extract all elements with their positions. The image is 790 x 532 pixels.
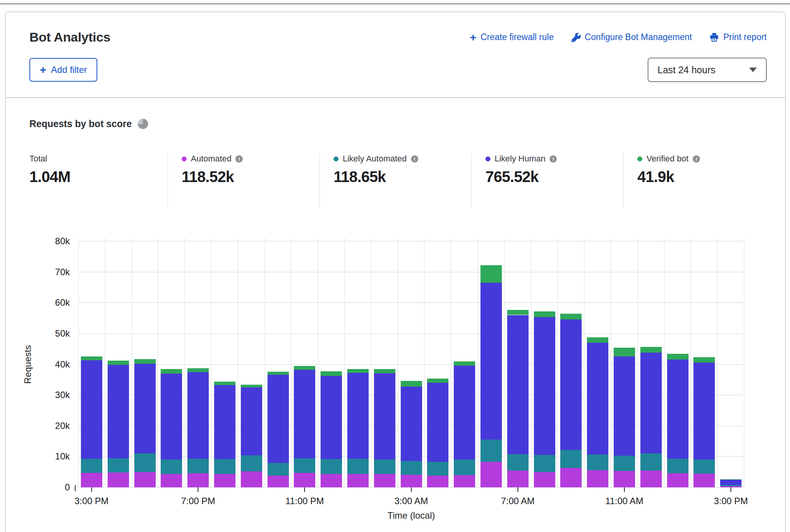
bar-segment-likely-automated[interactable] bbox=[268, 463, 289, 476]
bar-segment-likely-human[interactable] bbox=[374, 373, 395, 460]
bar-segment-automated[interactable] bbox=[81, 473, 102, 487]
bar-segment-verified-bot[interactable] bbox=[667, 354, 688, 360]
bar-segment-likely-automated[interactable] bbox=[480, 440, 502, 462]
bar-segment-verified-bot[interactable] bbox=[108, 361, 129, 365]
bar-segment-likely-human[interactable] bbox=[321, 376, 342, 459]
bar-segment-likely-human[interactable] bbox=[214, 385, 235, 459]
bar-segment-likely-automated[interactable] bbox=[214, 459, 235, 474]
bar-segment-likely-automated[interactable] bbox=[81, 459, 102, 473]
bar-segment-automated[interactable] bbox=[454, 475, 475, 487]
bar-segment-likely-human[interactable] bbox=[587, 343, 608, 455]
bar-segment-verified-bot[interactable] bbox=[161, 369, 182, 373]
bar-segment-verified-bot[interactable] bbox=[720, 479, 742, 480]
bar-segment-verified-bot[interactable] bbox=[454, 361, 475, 365]
bar-segment-automated[interactable] bbox=[134, 472, 156, 487]
bar-segment-automated[interactable] bbox=[214, 474, 235, 487]
bar-segment-verified-bot[interactable] bbox=[640, 347, 662, 353]
info-icon[interactable]: i bbox=[411, 155, 418, 163]
bar-segment-likely-automated[interactable] bbox=[108, 458, 129, 472]
bar-segment-likely-automated[interactable] bbox=[374, 459, 395, 474]
bar-segment-likely-human[interactable] bbox=[667, 360, 688, 459]
bar-segment-verified-bot[interactable] bbox=[480, 265, 502, 283]
bar-segment-likely-automated[interactable] bbox=[587, 455, 608, 470]
bar-segment-verified-bot[interactable] bbox=[587, 337, 608, 343]
bar-segment-likely-automated[interactable] bbox=[640, 453, 662, 470]
bar-segment-automated[interactable] bbox=[507, 471, 529, 487]
bar-segment-verified-bot[interactable] bbox=[507, 310, 529, 315]
bar-segment-likely-human[interactable] bbox=[187, 372, 209, 459]
bar-segment-likely-human[interactable] bbox=[614, 356, 635, 456]
bar-segment-likely-automated[interactable] bbox=[693, 459, 715, 473]
bar-segment-automated[interactable] bbox=[401, 475, 422, 487]
bar-segment-automated[interactable] bbox=[640, 471, 662, 487]
bar-segment-likely-human[interactable] bbox=[401, 387, 422, 461]
bar-segment-likely-human[interactable] bbox=[693, 363, 715, 459]
bar-segment-automated[interactable] bbox=[480, 462, 502, 487]
bar-segment-likely-automated[interactable] bbox=[507, 454, 529, 471]
bar-segment-automated[interactable] bbox=[560, 468, 582, 487]
bar-segment-verified-bot[interactable] bbox=[187, 368, 209, 372]
bar-segment-automated[interactable] bbox=[693, 474, 715, 487]
bar-segment-automated[interactable] bbox=[427, 476, 448, 487]
bar-segment-likely-automated[interactable] bbox=[614, 456, 635, 471]
bar-segment-automated[interactable] bbox=[614, 471, 635, 487]
bar-segment-verified-bot[interactable] bbox=[560, 314, 582, 319]
bar-segment-likely-automated[interactable] bbox=[560, 450, 582, 468]
info-icon[interactable]: i bbox=[235, 155, 243, 163]
bar-segment-likely-human[interactable] bbox=[507, 315, 529, 454]
bar-segment-likely-automated[interactable] bbox=[720, 485, 742, 486]
bar-segment-automated[interactable] bbox=[294, 473, 315, 487]
bar-segment-likely-human[interactable] bbox=[241, 387, 262, 455]
bar-segment-verified-bot[interactable] bbox=[241, 385, 262, 387]
bar-segment-verified-bot[interactable] bbox=[427, 379, 448, 382]
bar-segment-likely-human[interactable] bbox=[640, 353, 662, 453]
create-firewall-rule-link[interactable]: + Create firewall rule bbox=[470, 32, 554, 42]
bar-segment-automated[interactable] bbox=[187, 473, 209, 487]
bar-segment-likely-human[interactable] bbox=[161, 374, 182, 460]
bar-segment-automated[interactable] bbox=[587, 470, 608, 487]
bar-segment-likely-automated[interactable] bbox=[347, 459, 369, 474]
bar-segment-likely-human[interactable] bbox=[294, 370, 315, 458]
bar-segment-likely-automated[interactable] bbox=[401, 461, 422, 475]
add-filter-button[interactable]: + Add filter bbox=[29, 58, 97, 82]
bar-segment-automated[interactable] bbox=[534, 472, 555, 487]
bar-segment-automated[interactable] bbox=[268, 476, 289, 487]
bar-segment-automated[interactable] bbox=[347, 474, 369, 487]
bar-segment-likely-human[interactable] bbox=[81, 360, 102, 459]
bar-segment-likely-human[interactable] bbox=[134, 364, 156, 453]
print-report-link[interactable]: Print report bbox=[709, 32, 767, 42]
bar-segment-likely-automated[interactable] bbox=[294, 458, 315, 473]
bar-segment-verified-bot[interactable] bbox=[534, 311, 555, 317]
bar-segment-likely-human[interactable] bbox=[108, 365, 129, 458]
info-icon[interactable]: i bbox=[550, 155, 557, 163]
bar-segment-verified-bot[interactable] bbox=[268, 372, 289, 375]
bar-segment-verified-bot[interactable] bbox=[347, 369, 369, 373]
bar-segment-verified-bot[interactable] bbox=[614, 348, 635, 356]
bar-segment-likely-automated[interactable] bbox=[241, 455, 262, 471]
bar-segment-automated[interactable] bbox=[241, 471, 262, 487]
bar-segment-verified-bot[interactable] bbox=[693, 357, 715, 363]
bar-segment-likely-human[interactable] bbox=[534, 317, 555, 455]
bar-segment-likely-automated[interactable] bbox=[427, 462, 448, 475]
bar-segment-likely-automated[interactable] bbox=[454, 459, 475, 475]
bar-segment-verified-bot[interactable] bbox=[321, 371, 342, 376]
bar-segment-likely-automated[interactable] bbox=[187, 459, 209, 473]
bar-segment-verified-bot[interactable] bbox=[374, 369, 395, 373]
info-icon[interactable]: i bbox=[693, 155, 700, 163]
time-range-select[interactable]: Last 24 hours bbox=[648, 58, 767, 82]
bar-segment-verified-bot[interactable] bbox=[401, 381, 422, 387]
bar-segment-verified-bot[interactable] bbox=[134, 359, 156, 364]
bar-segment-likely-automated[interactable] bbox=[321, 459, 342, 474]
configure-bot-management-link[interactable]: Configure Bot Management bbox=[571, 32, 692, 42]
bar-segment-likely-automated[interactable] bbox=[667, 459, 688, 473]
bar-segment-likely-automated[interactable] bbox=[161, 459, 182, 474]
bar-segment-likely-human[interactable] bbox=[454, 366, 475, 460]
bar-segment-likely-human[interactable] bbox=[347, 373, 369, 459]
bar-segment-verified-bot[interactable] bbox=[81, 356, 102, 360]
bar-segment-likely-automated[interactable] bbox=[134, 453, 156, 472]
bar-segment-likely-human[interactable] bbox=[560, 319, 582, 450]
bar-segment-verified-bot[interactable] bbox=[214, 382, 235, 385]
bar-segment-verified-bot[interactable] bbox=[294, 366, 315, 370]
bar-segment-automated[interactable] bbox=[161, 474, 182, 487]
bar-segment-automated[interactable] bbox=[374, 474, 395, 487]
